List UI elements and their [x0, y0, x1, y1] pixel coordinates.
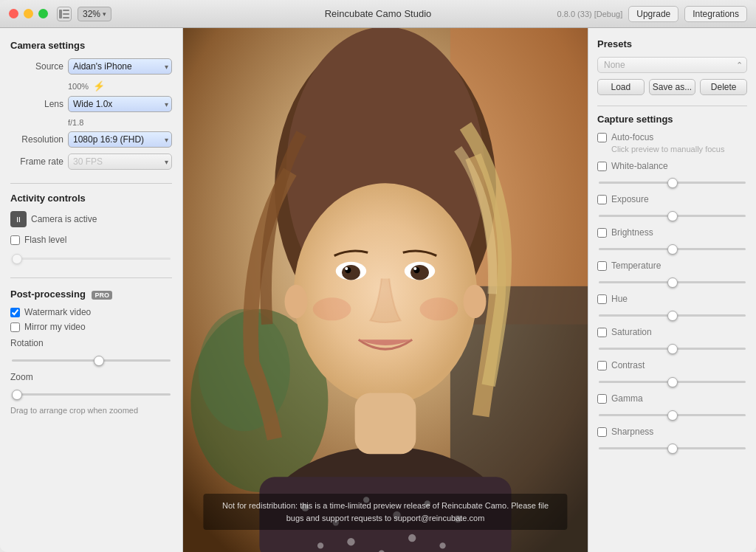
lens-meta-row: f/1.8 — [68, 118, 172, 127]
window-controls — [9, 9, 48, 18]
saturation-row: Saturation — [597, 327, 747, 337]
temperature-row: Temperature — [597, 261, 747, 271]
flash-level-checkbox[interactable] — [10, 235, 20, 245]
main-layout: Camera settings Source Aidan's iPhone 10… — [0, 28, 756, 552]
contrast-label: Contrast — [611, 360, 645, 370]
exposure-slider-container — [597, 207, 747, 220]
auto-focus-row: Auto-focus — [597, 132, 747, 142]
frame-rate-label: Frame rate — [10, 156, 63, 167]
rotation-slider[interactable] — [12, 359, 171, 362]
white-balance-checkbox[interactable] — [597, 162, 607, 171]
source-select[interactable]: Aidan's iPhone — [68, 58, 172, 75]
frame-rate-select[interactable]: 30 FPS — [68, 153, 172, 170]
gamma-slider-container — [597, 406, 747, 419]
presets-section: Presets None Load Save as... Delete — [597, 38, 747, 95]
integrations-button[interactable]: Integrations — [684, 6, 747, 22]
white-balance-label: White-balance — [611, 161, 668, 171]
pause-button[interactable]: ⏸ — [10, 211, 27, 227]
flash-level-slider[interactable] — [12, 258, 171, 260]
minimize-button[interactable] — [24, 9, 33, 18]
svg-point-27 — [342, 265, 360, 280]
presets-buttons: Load Save as... Delete — [597, 79, 747, 95]
post-processing-title: Post-processing PRO — [10, 289, 172, 300]
activity-controls-section: Activity controls ⏸ Camera is active Fla… — [10, 193, 172, 270]
pause-icon: ⏸ — [15, 215, 22, 224]
gamma-slider[interactable] — [599, 414, 746, 416]
svg-point-36 — [285, 285, 308, 318]
source-label: Source — [10, 61, 63, 72]
capture-settings-section: Capture settings Auto-focus Click previe… — [597, 114, 747, 452]
upgrade-button[interactable]: Upgrade — [628, 6, 678, 22]
pro-badge: PRO — [92, 291, 112, 300]
activity-controls-title: Activity controls — [10, 193, 172, 204]
rotation-slider-container — [10, 351, 172, 365]
brightness-slider[interactable] — [599, 248, 746, 250]
right-divider — [597, 106, 747, 106]
camera-view[interactable]: Not for redistribution: this is a time-l… — [183, 28, 588, 552]
white-balance-slider[interactable] — [599, 182, 746, 184]
watermark-checkbox[interactable] — [10, 308, 20, 317]
resolution-select[interactable]: 1080p 16:9 (FHD) — [68, 131, 172, 148]
sidebar-toggle-button[interactable] — [57, 7, 72, 21]
saturation-item: Saturation — [597, 327, 747, 353]
camera-overlay-text: Not for redistribution: this is a time-l… — [203, 494, 567, 530]
svg-point-18 — [347, 538, 354, 545]
sharpness-slider[interactable] — [599, 447, 746, 449]
contrast-checkbox[interactable] — [597, 361, 607, 370]
zoom-level-label: 32% — [83, 9, 100, 19]
auto-focus-hint: Click preview to manually focus — [611, 145, 747, 153]
zoom-chevron-icon: ▾ — [103, 10, 106, 18]
svg-point-21 — [439, 542, 445, 548]
temperature-slider-container — [597, 273, 747, 286]
presets-select-wrapper: None — [597, 57, 747, 73]
maximize-button[interactable] — [38, 9, 48, 18]
presets-select[interactable]: None — [597, 57, 747, 73]
svg-point-33 — [313, 297, 351, 320]
svg-rect-35 — [355, 393, 416, 455]
resolution-row: Resolution 1080p 16:9 (FHD) — [10, 131, 172, 148]
gamma-checkbox[interactable] — [597, 394, 607, 404]
svg-rect-3 — [63, 17, 69, 18]
auto-focus-checkbox[interactable] — [597, 133, 607, 142]
delete-button[interactable]: Delete — [700, 79, 747, 95]
zoom-slider[interactable] — [12, 393, 171, 396]
hue-slider-container — [597, 306, 747, 320]
hue-row: Hue — [597, 294, 747, 304]
lens-select[interactable]: Wide 1.0x — [68, 96, 172, 112]
divider-2 — [10, 277, 172, 278]
close-button[interactable] — [9, 9, 18, 18]
saturation-slider[interactable] — [599, 348, 746, 350]
temperature-slider[interactable] — [599, 281, 746, 283]
zoom-selector[interactable]: 32% ▾ — [78, 7, 111, 21]
frame-rate-row: Frame rate 30 FPS — [10, 153, 172, 170]
hue-checkbox[interactable] — [597, 294, 607, 304]
svg-point-31 — [345, 267, 348, 270]
sharpness-checkbox[interactable] — [597, 427, 607, 437]
contrast-row: Contrast — [597, 360, 747, 370]
divider-1 — [10, 183, 172, 184]
saturation-checkbox[interactable] — [597, 328, 607, 337]
sharpness-item: Sharpness — [597, 427, 747, 452]
save-as-button[interactable]: Save as... — [649, 79, 696, 95]
brightness-slider-container — [597, 240, 747, 253]
gamma-row: Gamma — [597, 393, 747, 404]
camera-settings-section: Camera settings Source Aidan's iPhone 10… — [10, 40, 172, 176]
exposure-slider[interactable] — [599, 215, 746, 217]
hue-slider[interactable] — [599, 314, 746, 317]
auto-focus-item: Auto-focus Click preview to manually foc… — [597, 132, 747, 153]
flash-level-row: Flash level — [10, 235, 172, 245]
load-button[interactable]: Load — [597, 79, 645, 95]
contrast-slider[interactable] — [599, 381, 746, 383]
hue-label: Hue — [611, 294, 628, 304]
exposure-checkbox[interactable] — [597, 195, 607, 204]
svg-rect-0 — [59, 10, 62, 18]
mirror-checkbox[interactable] — [10, 322, 20, 332]
contrast-item: Contrast — [597, 360, 747, 386]
brightness-checkbox[interactable] — [597, 228, 607, 238]
source-row: Source Aidan's iPhone — [10, 58, 172, 75]
titlebar: 32% ▾ Reincubate Camo Studio 0.8.0 (33) … — [0, 0, 756, 28]
temperature-checkbox[interactable] — [597, 261, 607, 271]
white-balance-item: White-balance — [597, 161, 747, 187]
camera-active-row: ⏸ Camera is active — [10, 211, 172, 227]
resolution-label: Resolution — [10, 134, 63, 145]
